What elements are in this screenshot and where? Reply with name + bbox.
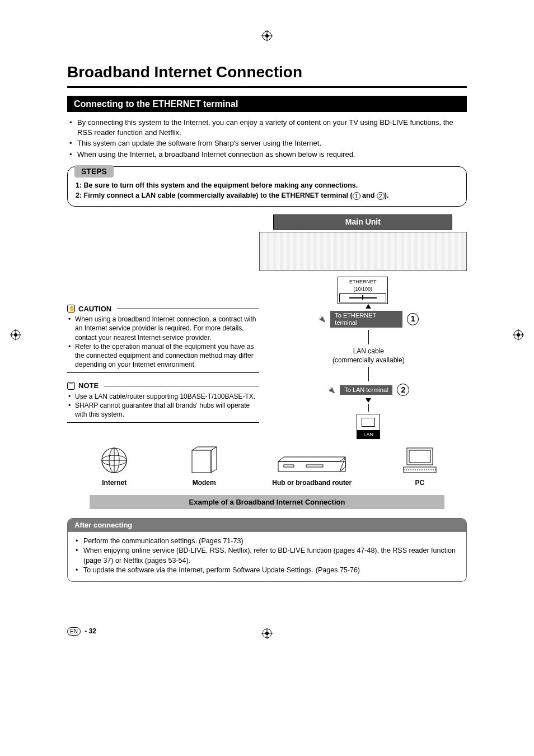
lan-port-icon	[357, 414, 380, 431]
devices-row: Internet Modem Hub or broadband router P…	[67, 445, 467, 487]
connection-diagram: 🔌 To ETHERNET terminal 1 LAN cable (comm…	[270, 304, 467, 439]
intro-item: By connecting this system to the Interne…	[69, 118, 467, 137]
device-modem: Modem	[159, 445, 249, 487]
caution-heading: CAUTION	[78, 304, 111, 314]
svg-marker-26	[278, 457, 345, 461]
steps-tab: STEPS	[74, 165, 114, 178]
registration-mark-icon	[261, 628, 273, 639]
circled-number-icon: 2	[377, 192, 385, 200]
caution-item: Refer to the operation manual of the equ…	[68, 342, 259, 370]
after-item: To update the software via the Internet,…	[76, 566, 458, 576]
example-caption: Example of a Broadband Internet Connecti…	[90, 495, 444, 510]
main-unit-illustration	[259, 232, 467, 271]
circled-number-icon: 2	[397, 384, 409, 396]
router-icon	[273, 445, 351, 476]
steps-body: 1: Be sure to turn off this system and t…	[76, 181, 458, 200]
caution-item: When using a broadband Internet connecti…	[68, 315, 259, 342]
main-unit-label: Main Unit	[273, 214, 452, 230]
ethernet-port-label: ETHERNET (10/100)	[339, 278, 386, 292]
arrow-up-icon	[366, 304, 371, 309]
caution-icon	[67, 305, 75, 312]
wire	[368, 367, 369, 381]
device-label: PC	[375, 478, 465, 487]
to-ethernet-label: To ETHERNET terminal	[330, 311, 402, 328]
device-label: Internet	[69, 478, 159, 487]
after-connecting-box: After connecting Perform the communicati…	[67, 518, 467, 582]
caution-callout: CAUTION When using a broadband Internet …	[67, 304, 259, 374]
note-icon	[67, 382, 75, 390]
section-heading: Connecting to the ETHERNET terminal	[67, 96, 467, 113]
note-heading: NOTE	[78, 381, 99, 391]
modem-icon	[188, 445, 221, 476]
page-title: Broadband Internet Connection	[67, 62, 467, 83]
svg-rect-28	[284, 465, 294, 467]
device-internet: Internet	[69, 445, 159, 487]
globe-icon	[99, 445, 130, 476]
intro-list: By connecting this system to the Interne…	[67, 118, 467, 159]
arrow-down-icon	[366, 398, 371, 403]
svg-rect-25	[278, 461, 345, 472]
ethernet-port-illustration: ETHERNET (10/100)	[338, 277, 388, 304]
steps-box: STEPS 1: Be sure to turn off this system…	[67, 166, 467, 207]
steps-line: 2: Firmly connect a LAN cable (commercia…	[76, 191, 458, 201]
ethernet-jack-icon	[339, 293, 386, 302]
circled-number-icon: 1	[407, 313, 419, 325]
plug-icon: 🔌	[327, 386, 335, 394]
rule	[117, 309, 259, 309]
page-number: 32	[89, 627, 96, 635]
lang-badge: EN	[67, 627, 81, 636]
steps-line: 1: Be sure to turn off this system and t…	[76, 181, 458, 191]
to-lan-label: To LAN terminal	[340, 385, 392, 395]
device-hub: Hub or broadband router	[249, 445, 375, 487]
after-item: Perform the communication settings. (Pag…	[76, 536, 458, 547]
note-callout: NOTE Use a LAN cable/router supporting 1…	[67, 381, 259, 423]
diagram: Main Unit ETHERNET (10/100)	[67, 214, 467, 304]
registration-mark-icon	[513, 329, 524, 340]
wire	[368, 404, 369, 412]
registration-mark-icon	[10, 329, 21, 340]
svg-rect-31	[409, 450, 430, 463]
device-label: Modem	[159, 478, 249, 487]
circled-number-icon: 1	[353, 192, 360, 200]
svg-rect-29	[306, 465, 323, 467]
lan-port-label: LAN	[357, 431, 380, 438]
wire	[368, 330, 369, 344]
svg-line-23	[192, 447, 198, 450]
after-connecting-heading: After connecting	[68, 519, 466, 532]
title-rule	[67, 86, 467, 88]
plug-icon: 🔌	[318, 315, 326, 323]
lan-cable-label: LAN cable (commercially available)	[318, 347, 419, 365]
svg-rect-21	[192, 450, 211, 473]
registration-mark-icon	[261, 30, 273, 41]
device-pc: PC	[375, 445, 465, 487]
note-item: SHARP cannot guarantee that all brands' …	[68, 401, 259, 419]
intro-item: When using the Internet, a broadband Int…	[69, 150, 467, 160]
intro-item: This system can update the software from…	[69, 138, 467, 148]
after-item: When enjoying online service (BD-LIVE, R…	[76, 546, 458, 566]
device-label: Hub or broadband router	[249, 478, 375, 487]
svg-marker-22	[211, 447, 217, 473]
pc-icon	[400, 445, 439, 476]
rule	[104, 386, 259, 386]
note-item: Use a LAN cable/router supporting 10BASE…	[68, 392, 259, 401]
